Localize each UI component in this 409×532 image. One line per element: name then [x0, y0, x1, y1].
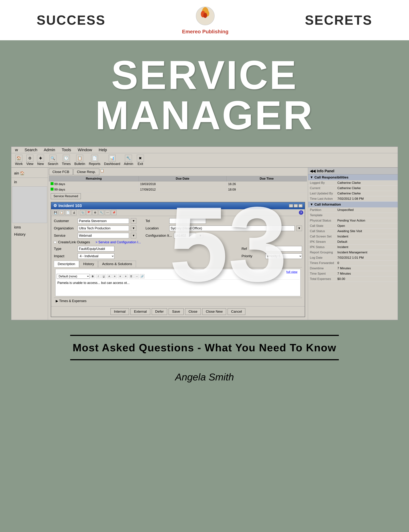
- sidebar-item-in[interactable]: in: [11, 179, 48, 186]
- due-time-header: Due Time: [226, 176, 307, 181]
- status-green-2: [51, 188, 54, 190]
- create-link-label: Create/Link Outages: [58, 240, 90, 244]
- full-view-link[interactable]: full view: [57, 270, 299, 274]
- help-button[interactable]: ?: [299, 210, 303, 215]
- exit-icon: ✖: [137, 155, 144, 162]
- call-responsibilities-header[interactable]: ▼ Call Responsibilities: [308, 174, 398, 180]
- menu-item-window[interactable]: Window: [78, 148, 92, 152]
- underline-button[interactable]: U: [101, 274, 106, 279]
- save-toolbar-icon[interactable]: 💾: [53, 210, 58, 215]
- call-state-label: Call State: [310, 224, 337, 228]
- ref-input[interactable]: [265, 246, 302, 252]
- impact-select[interactable]: 4 - Individual: [78, 253, 114, 259]
- sidebar-item-ions[interactable]: ions: [11, 224, 48, 231]
- link-icon[interactable]: 🔗: [140, 274, 145, 279]
- description-text[interactable]: Pamela is unable to access... but can ac…: [57, 280, 299, 295]
- print-toolbar-icon[interactable]: 🖨: [71, 210, 77, 215]
- menu-item-tools[interactable]: Tools: [62, 148, 71, 152]
- toolbar-times[interactable]: 🕐 Times: [62, 155, 71, 166]
- sidebar-item-history[interactable]: History: [11, 231, 48, 238]
- toolbar-bulletin[interactable]: 📋 Bulletin: [74, 155, 85, 166]
- minimize-button[interactable]: _: [289, 204, 293, 207]
- settings-icon[interactable]: ⚙: [92, 210, 98, 215]
- bold-button[interactable]: B: [90, 274, 95, 279]
- priority-select[interactable]: Priority 5: [265, 253, 302, 259]
- toolbar-dashboard[interactable]: 📊 Dashboard: [104, 155, 120, 166]
- success-text: SUCCESS: [37, 13, 106, 28]
- time-last-value: 7/02/2012 1:08 PM: [337, 197, 364, 201]
- create-link-checkbox[interactable]: [54, 241, 56, 243]
- close-new-button[interactable]: Close New: [202, 308, 226, 315]
- more-icon[interactable]: ⋯: [105, 210, 110, 215]
- service-resumed-button[interactable]: Service Resumed: [51, 193, 81, 199]
- call-responsibilities-title: Call Responsibilities: [315, 175, 349, 180]
- tab-actions[interactable]: Actions & Solutions: [98, 261, 136, 267]
- tools-icon[interactable]: 🔧: [99, 210, 104, 215]
- type-input[interactable]: [78, 246, 114, 252]
- sla-table-area: Close FCB Close Resp. 📋 Remaining Due Da…: [49, 169, 307, 200]
- right-panel: ◀◀ Info Panel ▼ Call Responsibilities Lo…: [308, 168, 398, 320]
- toolbar-reports[interactable]: 📄 Reports: [89, 155, 100, 166]
- close-fcb-button[interactable]: Close FCB: [49, 169, 73, 175]
- times-expenses[interactable]: ▶ Times & Expenses: [54, 298, 302, 304]
- extra-icon[interactable]: 📌: [111, 210, 117, 215]
- ipk-stream-row: IPK Stream Default: [308, 239, 398, 244]
- flag-icon[interactable]: 🚩: [86, 210, 92, 215]
- location-browse-button[interactable]: ▼: [297, 225, 302, 231]
- indent-icon[interactable]: →: [134, 274, 139, 279]
- italic-button[interactable]: I: [96, 274, 101, 279]
- copy-toolbar-icon[interactable]: 📋: [59, 210, 64, 215]
- toolbar-exit[interactable]: ✖ Exit: [137, 155, 144, 166]
- close-button[interactable]: Close: [185, 308, 201, 315]
- times-label: Times: [62, 162, 71, 166]
- bullet-list-icon[interactable]: ☰: [129, 274, 134, 279]
- customer-row: Customer ▼ Tel: [54, 218, 302, 224]
- panel-collapse-icon[interactable]: ◀◀: [310, 169, 315, 173]
- config-browse-button[interactable]: ▼: [198, 233, 203, 238]
- paste-toolbar-icon[interactable]: 📄: [65, 210, 71, 215]
- menu-item-search[interactable]: Search: [25, 148, 37, 152]
- toolbar-search[interactable]: 🔍 Search: [48, 155, 58, 166]
- org-browse-button[interactable]: ▼: [131, 225, 136, 231]
- location-input[interactable]: [169, 225, 295, 231]
- bulletin-label: Bulletin: [74, 162, 85, 166]
- attach-icon[interactable]: 📎: [80, 210, 85, 215]
- tab-description[interactable]: Description: [54, 261, 79, 267]
- cancel-button[interactable]: Cancel: [228, 308, 245, 315]
- external-button[interactable]: External: [130, 308, 150, 315]
- internal-button[interactable]: Internal: [111, 308, 129, 315]
- last-updated-value: Catherine Clarke: [337, 192, 361, 195]
- maximize-button[interactable]: □: [294, 204, 298, 207]
- ipk-stream-label: IPK Stream: [310, 240, 337, 244]
- toolbar-work[interactable]: 🏠 Work: [15, 155, 23, 166]
- menu-item-admin[interactable]: Admin: [44, 148, 55, 152]
- save-button[interactable]: Save: [168, 308, 183, 315]
- close-resp-button[interactable]: Close Resp.: [74, 169, 100, 175]
- toolbar-new[interactable]: ✚ New: [37, 155, 44, 166]
- text-color-icon[interactable]: A: [107, 274, 112, 279]
- toolbar-admin[interactable]: 🔧 Admin: [124, 155, 133, 166]
- menu-item-help[interactable]: Help: [99, 148, 107, 152]
- service-input[interactable]: [78, 233, 129, 238]
- section-collapse-icon: ▼: [310, 175, 313, 180]
- create-link-row: Create/Link Outages > Service and Config…: [54, 240, 302, 244]
- service-config-link[interactable]: > Service and Configuration I...: [95, 240, 141, 244]
- customer-input[interactable]: [78, 218, 129, 224]
- align-right-icon: ≡: [123, 274, 128, 279]
- location-label: Location: [146, 226, 167, 230]
- toolbar-view[interactable]: ⚙ View: [26, 155, 34, 166]
- menu-item-w[interactable]: w: [15, 148, 18, 152]
- organization-input[interactable]: [78, 225, 129, 231]
- due-time-2: 18:09: [226, 187, 307, 192]
- tab-history[interactable]: History: [79, 261, 98, 267]
- defer-button[interactable]: Defer: [152, 308, 167, 315]
- tel-input[interactable]: [169, 218, 206, 224]
- font-family-select[interactable]: Default (none): [57, 274, 90, 279]
- customer-browse-button[interactable]: ▼: [131, 218, 136, 224]
- service-browse-button[interactable]: ▼: [131, 233, 136, 238]
- config-input[interactable]: [174, 233, 196, 238]
- close-button[interactable]: ✕: [298, 204, 303, 207]
- sidebar-item-ain[interactable]: ain 🏠: [11, 170, 48, 177]
- call-information-header[interactable]: ▼ Call Information: [308, 202, 398, 207]
- exit-label: Exit: [138, 162, 143, 166]
